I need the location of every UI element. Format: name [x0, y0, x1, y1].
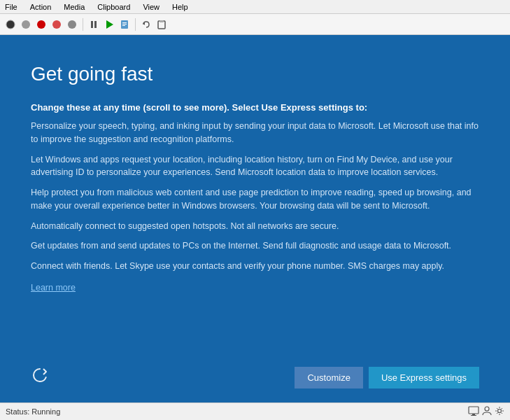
svg-point-1: [22, 20, 30, 29]
toolbar-btn-record[interactable]: [35, 18, 48, 31]
main-content-area: Get going fast Change these at any time …: [0, 35, 510, 402]
menu-clipboard[interactable]: Clipboard: [95, 3, 132, 11]
paragraph-3: Help protect you from malicious web cont…: [31, 186, 479, 213]
svg-point-4: [68, 20, 76, 29]
paragraph-2: Let Windows and apps request your locati…: [31, 153, 479, 180]
svg-rect-14: [160, 20, 164, 22]
toolbar-btn-doc[interactable]: [118, 18, 131, 31]
customize-button[interactable]: Customize: [295, 367, 362, 388]
toolbar: [0, 14, 510, 35]
page-title: Get going fast: [31, 63, 479, 85]
toolbar-separator-1: [83, 18, 83, 31]
toolbar-btn-stop[interactable]: [50, 18, 63, 31]
menu-view[interactable]: View: [141, 3, 162, 11]
menu-media[interactable]: Media: [62, 3, 87, 11]
svg-rect-15: [469, 407, 479, 414]
status-text: Status: Running: [6, 407, 60, 416]
menu-bar: File Action Media Clipboard View Help: [0, 0, 510, 14]
svg-point-18: [485, 407, 489, 411]
paragraph-5: Get updates from and send updates to PCs…: [31, 239, 479, 253]
svg-rect-10: [122, 24, 127, 24]
menu-action[interactable]: Action: [28, 3, 54, 11]
subtitle-text: Change these at any time (scroll to see …: [31, 102, 479, 113]
status-icons: [468, 406, 504, 418]
svg-point-3: [52, 20, 61, 29]
toolbar-btn-2[interactable]: [20, 18, 32, 31]
toolbar-btn-clip[interactable]: [155, 18, 168, 31]
status-bar: Status: Running: [0, 402, 510, 420]
toolbar-btn-play[interactable]: [103, 18, 115, 31]
toolbar-btn-undo[interactable]: [140, 18, 153, 31]
svg-rect-5: [91, 21, 93, 28]
user-icon: [482, 406, 492, 418]
learn-more-link[interactable]: Learn more: [31, 283, 479, 293]
refresh-icon: [31, 366, 49, 388]
menu-file[interactable]: File: [3, 3, 20, 11]
use-express-settings-button[interactable]: Use Express settings: [369, 367, 479, 388]
settings-icon: [495, 406, 504, 418]
paragraph-4: Automatically connect to suggested open …: [31, 220, 479, 233]
svg-point-19: [498, 409, 502, 412]
toolbar-btn-1[interactable]: [4, 18, 17, 31]
toolbar-separator-2: [135, 18, 136, 31]
svg-rect-6: [94, 21, 97, 28]
menu-help[interactable]: Help: [170, 3, 190, 11]
svg-rect-17: [471, 415, 476, 416]
toolbar-btn-pause[interactable]: [87, 18, 100, 31]
svg-rect-9: [122, 22, 127, 23]
monitor-icon: [468, 406, 479, 418]
paragraph-1: Personalize your speech, typing, and ink…: [31, 120, 479, 146]
svg-point-2: [37, 20, 45, 29]
toolbar-btn-5[interactable]: [66, 18, 78, 31]
svg-rect-16: [472, 414, 475, 415]
svg-point-0: [6, 20, 15, 29]
svg-marker-7: [106, 20, 113, 29]
svg-rect-11: [122, 25, 125, 26]
bottom-action-bar: Customize Use Express settings: [31, 366, 479, 388]
paragraph-6: Connect with friends. Let Skype use your…: [31, 260, 479, 273]
action-buttons: Customize Use Express settings: [295, 367, 479, 388]
